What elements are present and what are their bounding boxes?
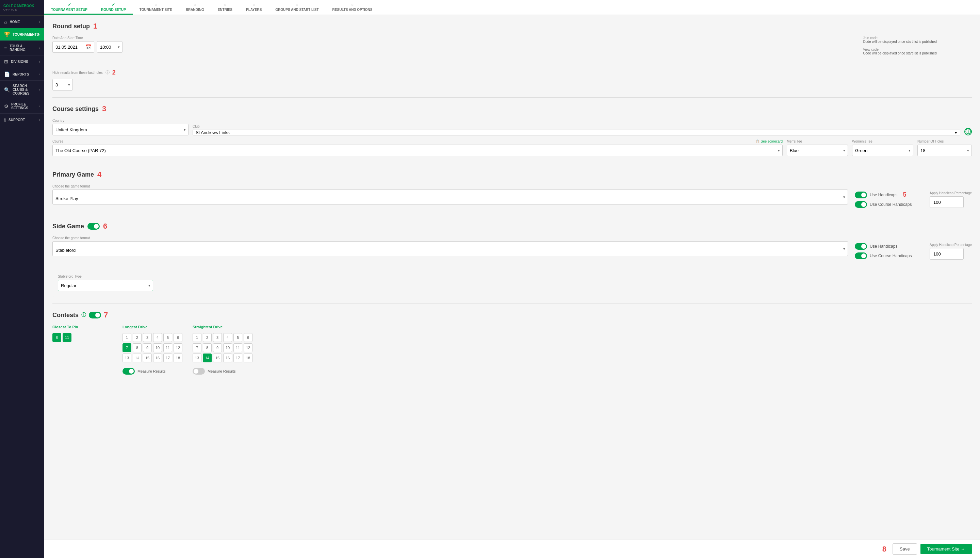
longest-drive-measure-toggle[interactable] [123, 368, 135, 374]
hole-btn-ld-11[interactable]: 11 [163, 343, 172, 352]
tab-players[interactable]: ○ PLAYERS [239, 0, 269, 15]
next-button[interactable]: Tournament Site → [921, 544, 972, 554]
date-input[interactable] [56, 44, 83, 50]
hole-btn-sd-13[interactable]: 13 [193, 353, 202, 363]
side-game-toggle[interactable] [87, 223, 100, 230]
side-use-course-handicaps-row: Use Course Handicaps [855, 253, 923, 259]
hole-btn-11[interactable]: 11 [62, 333, 71, 342]
womens-tee-select[interactable]: Green Red [852, 144, 913, 156]
holes-select[interactable]: 18 9 [918, 144, 972, 156]
tab-tournament-site[interactable]: ○ TOURNAMENT SITE [133, 0, 179, 15]
course-select[interactable]: The Old Course (PAR 72) [53, 144, 783, 156]
hole-btn-ld-16[interactable]: 16 [153, 353, 162, 363]
hole-btn-ld-2[interactable]: 2 [133, 333, 141, 342]
tab-branding[interactable]: ○ BRANDING [179, 0, 211, 15]
side-game-section: Side Game 6 Choose the game format Stabl… [53, 222, 972, 297]
tab-results-options[interactable]: ○ RESULTS AND OPTIONS [326, 0, 379, 15]
hole-btn-sd-16[interactable]: 16 [223, 353, 232, 363]
side-format-select[interactable]: Stableford Stroke Play [53, 241, 848, 256]
primary-use-course-handicaps-label: Use Course Handicaps [870, 202, 912, 207]
see-scorecard-link[interactable]: 📋 See scorecard [755, 140, 783, 143]
country-select[interactable]: United Kingdom [53, 124, 189, 135]
dropdown-arrow-icon: ▾ [955, 130, 957, 135]
join-code-label: Join code [863, 36, 972, 40]
hole-btn-ld-13[interactable]: 13 [123, 353, 131, 363]
course-settings-heading: Course settings [53, 105, 98, 113]
hole-btn-sd-14[interactable]: 14 [203, 353, 212, 363]
sidebar-item-tour-ranking[interactable]: ≡ TOUR & RANKING › [0, 41, 44, 56]
hole-btn-sd-4[interactable]: 4 [223, 333, 232, 342]
straightest-drive-measure-toggle[interactable] [193, 368, 205, 374]
sidebar-item-home[interactable]: ⌂ HOME › [0, 16, 44, 28]
hole-btn-ld-7[interactable]: 7 [123, 343, 131, 352]
closest-to-pin-label: Closest To Pin [53, 325, 112, 329]
chevron-right-icon: › [39, 60, 40, 64]
hole-btn-sd-5[interactable]: 5 [233, 333, 242, 342]
hole-btn-sd-6[interactable]: 6 [244, 333, 253, 342]
tab-groups-start-list[interactable]: ○ GROUPS AND START LIST [269, 0, 325, 15]
club-info-button[interactable]: ⓘ [964, 128, 972, 135]
time-select[interactable]: 10:00 09:00 09:30 10:30 [97, 41, 123, 53]
side-use-handicaps-toggle[interactable] [855, 243, 867, 250]
hole-btn-8[interactable]: 8 [53, 333, 61, 342]
hole-btn-sd-12[interactable]: 12 [244, 343, 253, 352]
stableford-type-select-wrapper: Regular Modified Points [58, 280, 153, 291]
reports-icon: 📄 [4, 71, 10, 77]
hide-results-select[interactable]: 3 1 2 4 5 [53, 79, 73, 90]
side-percentage-input[interactable] [930, 248, 964, 259]
primary-format-select[interactable]: Stroke Play Stableford Match Play [53, 190, 848, 205]
sidebar-item-tournaments[interactable]: 🏆 TOURNAMENTS › [0, 28, 44, 41]
primary-format-label: Choose the game format [53, 184, 848, 188]
sidebar-item-reports[interactable]: 📄 REPORTS › [0, 68, 44, 80]
hole-btn-ld-17[interactable]: 17 [163, 353, 172, 363]
hole-btn-ld-18[interactable]: 18 [174, 353, 182, 363]
hole-btn-ld-14[interactable]: 14 [133, 353, 141, 363]
hole-btn-sd-17[interactable]: 17 [233, 353, 242, 363]
hole-btn-sd-8[interactable]: 8 [203, 343, 212, 352]
closest-to-pin-section: Closest To Pin 8 11 [53, 325, 112, 374]
hole-btn-sd-3[interactable]: 3 [213, 333, 222, 342]
sidebar-item-profile[interactable]: ⚙ PROFILE SETTINGS › [0, 99, 44, 114]
hole-btn-ld-6[interactable]: 6 [174, 333, 182, 342]
hole-btn-ld-10[interactable]: 10 [153, 343, 162, 352]
contests-grid: Closest To Pin 8 11 Longest Drive 1 2 3 … [53, 325, 972, 374]
hole-btn-sd-7[interactable]: 7 [193, 343, 202, 352]
sidebar-item-support[interactable]: ℹ SUPPORT › [0, 114, 44, 126]
mens-tee-select[interactable]: Blue White Yellow [787, 144, 848, 156]
side-format-label: Choose the game format [53, 236, 848, 240]
side-use-course-handicaps-toggle[interactable] [855, 253, 867, 259]
hole-btn-ld-8[interactable]: 8 [133, 343, 141, 352]
bottom-bar: 8 Save Tournament Site → [44, 540, 980, 558]
save-button[interactable]: Save [893, 543, 917, 555]
hole-btn-ld-15[interactable]: 15 [143, 353, 152, 363]
hole-btn-ld-5[interactable]: 5 [163, 333, 172, 342]
stableford-type-select[interactable]: Regular Modified Points [58, 280, 153, 291]
straightest-drive-label: Straightest Drive [193, 325, 253, 329]
primary-use-course-handicaps-toggle[interactable] [855, 201, 867, 208]
hole-btn-sd-18[interactable]: 18 [244, 353, 253, 363]
hole-btn-ld-4[interactable]: 4 [153, 333, 162, 342]
hole-btn-ld-1[interactable]: 1 [123, 333, 131, 342]
view-code-desc: Code will be displayed once start list i… [863, 51, 972, 55]
primary-percentage-input[interactable] [930, 196, 964, 208]
contests-toggle[interactable] [89, 312, 101, 318]
club-input[interactable] [196, 130, 954, 135]
hole-btn-ld-12[interactable]: 12 [174, 343, 182, 352]
primary-use-handicaps-toggle[interactable] [855, 192, 867, 199]
tab-tournament-setup[interactable]: ✓ TOURNAMENT SETUP [44, 0, 94, 15]
sidebar-item-divisions[interactable]: ⊞ DIVISIONS › [0, 56, 44, 68]
view-code-label: View code [863, 48, 972, 51]
hole-btn-sd-2[interactable]: 2 [203, 333, 212, 342]
hole-btn-sd-11[interactable]: 11 [233, 343, 242, 352]
hole-btn-sd-15[interactable]: 15 [213, 353, 222, 363]
hole-btn-ld-3[interactable]: 3 [143, 333, 152, 342]
tab-entries[interactable]: ○ ENTRIES [211, 0, 239, 15]
hole-btn-sd-9[interactable]: 9 [213, 343, 222, 352]
tab-round-setup[interactable]: ✓ ROUND SETUP [94, 0, 133, 15]
womens-tee-group: Women's Tee Green Red [852, 140, 913, 156]
hole-btn-sd-10[interactable]: 10 [223, 343, 232, 352]
hole-btn-ld-9[interactable]: 9 [143, 343, 152, 352]
hole-btn-sd-1[interactable]: 1 [193, 333, 202, 342]
sidebar-item-search-clubs[interactable]: 🔍 SEARCH CLUBS & COURSES › [0, 80, 44, 99]
scorecard-icon: 📋 [755, 140, 760, 143]
